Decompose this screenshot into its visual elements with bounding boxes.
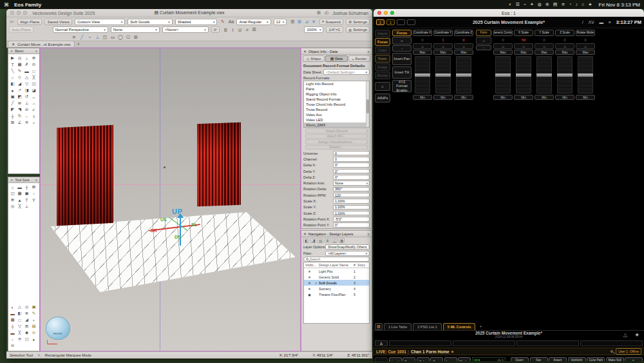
tool-set-icon[interactable]: ┼	[23, 184, 30, 190]
home-icon[interactable]: ⌂	[555, 43, 574, 49]
menubar-status-icon[interactable]: ⌁	[524, 2, 526, 7]
texture-select[interactable]: <None>	[162, 26, 209, 33]
focus-group-header[interactable]: Focus	[392, 30, 412, 36]
encoder-column[interactable]: Y Scale 0 ⌂ Max Min	[535, 30, 554, 100]
basic-tool-icon[interactable]: ◩	[16, 93, 23, 100]
gear-icon[interactable]: ⚙	[375, 323, 383, 330]
font-style-icon[interactable]: Aa	[228, 19, 234, 25]
tool-set-icon[interactable]: ▪	[30, 317, 37, 323]
field-value-input[interactable]: 0"	[333, 222, 370, 228]
encoder-slider-handle[interactable]	[495, 74, 511, 77]
tool-set-icon[interactable]: ⊙	[30, 329, 37, 336]
min-button[interactable]: Min	[535, 95, 554, 100]
encoder-parameter-name[interactable]: Coordinate Y	[433, 30, 453, 36]
basic-tool-icon[interactable]: ⊕	[30, 55, 37, 61]
close-window-button[interactable]	[10, 11, 14, 15]
snap-mode-icon[interactable]: ◫	[102, 34, 108, 41]
min-button[interactable]: Min	[514, 95, 533, 100]
basic-tool-icon[interactable]: ↔	[30, 93, 37, 100]
field-value-input[interactable]: -5'0"	[333, 217, 370, 222]
design-layer-row[interactable]: ✕ ✓ Soft Goods 3	[304, 280, 369, 286]
softkey-button[interactable]: QueryMake Man	[511, 357, 529, 361]
basic-tool-icon[interactable]: ◇	[16, 74, 23, 81]
basic-tool-icon[interactable]: ┼	[9, 113, 16, 119]
basic-tool-icon[interactable]: ⊞	[9, 119, 16, 126]
view-navigation-cube[interactable]: FRONT	[46, 317, 70, 340]
basic-tool-icon[interactable]: ▣	[9, 93, 16, 100]
tool-set-icon[interactable]: ◧	[16, 310, 23, 317]
softkey-button[interactable]: Make NullMark	[606, 357, 624, 361]
previous-view-icon[interactable]: ⇦	[9, 19, 15, 25]
allnps-button[interactable]: AllNPs	[375, 93, 390, 103]
navigation-view-icon[interactable]: ◧	[303, 238, 309, 243]
record-action-button[interactable]: Detach...	[305, 145, 368, 150]
max-button[interactable]: Max	[514, 50, 533, 55]
softkey-button[interactable]: Color PathOffset	[587, 357, 605, 361]
record-format-item[interactable]: Parts	[304, 86, 369, 92]
basic-tool-icon[interactable]: ⌂	[23, 55, 30, 61]
view-settings-button[interactable]: ⚙Settings	[346, 26, 370, 33]
menubar-status-icon[interactable]: ◍	[538, 2, 542, 7]
category-button[interactable]: Color	[375, 46, 390, 54]
visibility-toggle[interactable]: ✕	[305, 281, 314, 285]
monitor-tab-badge[interactable]: 1	[376, 19, 384, 25]
encoder-column[interactable]: Coordinate X 0 ⌂ Max Min	[413, 30, 432, 100]
eos-display-tab[interactable]: 5 ML Controls	[443, 323, 476, 330]
encoder-slider[interactable]	[578, 56, 593, 93]
field-value-input[interactable]: 0"	[333, 162, 370, 168]
user-name[interactable]: Joshua Schulman	[332, 11, 368, 15]
snap-mode-icon[interactable]: ◯	[117, 34, 124, 41]
snap-mode-icon[interactable]: ✕	[71, 34, 77, 41]
tool-set-icon[interactable]: ◎	[23, 304, 30, 310]
max-button[interactable]: Max	[535, 50, 554, 55]
tool-set-icon[interactable]: ▤	[30, 323, 37, 329]
field-value-input[interactable]: 0"	[333, 169, 370, 174]
encoder-column[interactable]: Rotate Mode 0 ⌂ Max Min	[576, 30, 595, 100]
home-icon[interactable]: ⌂	[433, 43, 453, 49]
encoder-parameter-name[interactable]: Generic Control	[493, 30, 513, 36]
parameter-softkey[interactable]: Intensity	[389, 357, 402, 361]
basic-tool-icon[interactable]: ▦	[16, 61, 23, 68]
object-info-tab[interactable]: ◇Shape	[303, 55, 325, 62]
basic-tool-icon[interactable]: ○	[9, 74, 16, 81]
tool-set-icon[interactable]: Y	[30, 197, 37, 203]
tool-set-icon[interactable]: T	[23, 197, 30, 203]
category-button[interactable]: Shutter	[375, 72, 390, 79]
snap-mode-icon[interactable]: ▭	[109, 34, 116, 41]
palette-menu-icon[interactable]: ≡	[35, 49, 37, 53]
tool-set-icon[interactable]: ▫	[9, 336, 16, 342]
class-filter-select[interactable]: None	[111, 26, 160, 33]
navigation-view-icon[interactable]: ▤	[317, 238, 323, 243]
curtain-left[interactable]	[57, 125, 113, 226]
tool-set-icon[interactable]: ◐	[9, 304, 16, 310]
basic-tool-icon[interactable]: ↙	[30, 106, 37, 113]
navigation-header[interactable]: ✕Navigation - Design Layers≡	[301, 231, 372, 237]
encoder-slider-handle[interactable]	[415, 74, 430, 77]
saved-views-button[interactable]: Saved Views	[44, 19, 72, 25]
minimize-window-button[interactable]	[17, 11, 21, 15]
tool-set-icon[interactable]: ⊘	[9, 342, 16, 349]
text-style-icon[interactable]: ≡	[243, 26, 250, 33]
basic-tool-icon[interactable]: ≋	[23, 119, 30, 126]
angle-field[interactable]: 0°	[211, 26, 220, 33]
menubar-status-icon[interactable]: ⌂	[582, 2, 584, 7]
menubar-status-icon[interactable]: ◐	[509, 2, 511, 7]
basic-tool-icon[interactable]: T	[9, 61, 16, 68]
minus-button[interactable]: -	[392, 45, 412, 52]
design-layer-row[interactable]: ✕ Generic Solid 2	[304, 274, 369, 280]
filter-select[interactable]: <All Layers>	[325, 251, 370, 256]
record-action-button[interactable]: Attach Record	[305, 128, 368, 133]
menubar-status-icon[interactable]: ≋	[561, 2, 565, 7]
min-button[interactable]: Min	[493, 95, 513, 100]
tool-set-icon[interactable]: ⌂	[9, 184, 16, 190]
home-icon[interactable]: ⌂	[576, 43, 595, 49]
text-style-icon[interactable]: I	[229, 26, 236, 33]
softkey-button[interactable]: AssertFlash	[549, 357, 567, 361]
basic-tool-icon[interactable]: ╳	[30, 74, 37, 81]
encoder-slider[interactable]	[557, 56, 573, 93]
min-button[interactable]: Min	[454, 95, 473, 100]
min-button[interactable]: Min	[433, 95, 453, 100]
3d-viewport[interactable]: UP US SL SR DS FRONT	[40, 48, 301, 351]
close-icon[interactable]: ✕	[303, 50, 307, 54]
tool-set-icon[interactable]: ◆	[23, 329, 30, 336]
